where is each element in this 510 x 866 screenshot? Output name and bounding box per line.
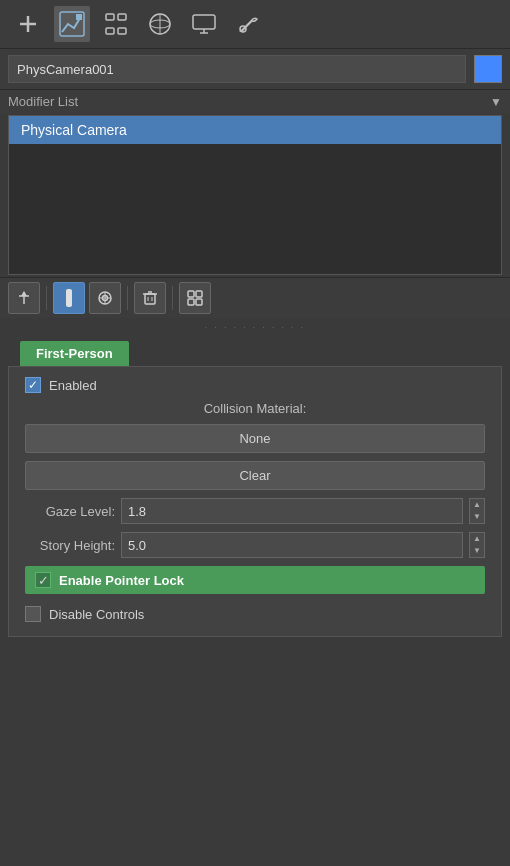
modifier-list-dropdown[interactable]: Modifier List ▼ <box>0 89 510 113</box>
svg-rect-29 <box>196 291 202 297</box>
svg-rect-5 <box>118 14 126 20</box>
modifier-item-physical-camera[interactable]: Physical Camera <box>9 116 501 144</box>
svg-rect-18 <box>66 289 72 307</box>
sphere-icon[interactable] <box>142 6 178 42</box>
display-icon[interactable] <box>186 6 222 42</box>
gaze-level-row: Gaze Level: ▲ ▼ <box>25 498 485 524</box>
enabled-label: Enabled <box>49 378 97 393</box>
svg-rect-6 <box>106 28 114 34</box>
story-height-row: Story Height: ▲ ▼ <box>25 532 485 558</box>
object-name-input[interactable] <box>8 55 466 83</box>
modifier-buttons <box>0 277 510 318</box>
divider2 <box>127 286 128 310</box>
svg-rect-23 <box>145 294 155 304</box>
param-panel: ✓ Enabled Collision Material: None Clear… <box>8 366 502 637</box>
modifier-stack: Physical Camera <box>8 115 502 275</box>
edit-modifier-button[interactable] <box>53 282 85 314</box>
svg-rect-30 <box>188 299 194 305</box>
dropdown-arrow-icon: ▼ <box>490 95 502 109</box>
first-person-tab[interactable]: First-Person <box>20 341 129 366</box>
modifier-list-label: Modifier List <box>8 94 490 109</box>
divider1 <box>46 286 47 310</box>
checkmark-icon: ✓ <box>28 379 38 391</box>
gaze-level-down-arrow[interactable]: ▼ <box>470 511 484 523</box>
pointer-lock-checkmark-icon: ✓ <box>38 573 49 588</box>
pin-button[interactable] <box>8 282 40 314</box>
svg-rect-3 <box>76 14 82 20</box>
story-height-label: Story Height: <box>25 538 115 553</box>
collision-material-label: Collision Material: <box>25 401 485 416</box>
gaze-level-label: Gaze Level: <box>25 504 115 519</box>
none-button[interactable]: None <box>25 424 485 453</box>
story-height-down-arrow[interactable]: ▼ <box>470 545 484 557</box>
enabled-checkbox[interactable]: ✓ <box>25 377 41 393</box>
hierarchy-icon[interactable] <box>98 6 134 42</box>
clear-button[interactable]: Clear <box>25 461 485 490</box>
svg-marker-17 <box>21 291 27 296</box>
gaze-level-up-arrow[interactable]: ▲ <box>470 499 484 511</box>
enable-pointer-lock-label: Enable Pointer Lock <box>59 573 184 588</box>
curve-icon[interactable] <box>54 6 90 42</box>
dots-separator: · · · · · · · · · · · <box>0 318 510 337</box>
copy-modifier-button[interactable] <box>89 282 121 314</box>
story-height-up-arrow[interactable]: ▲ <box>470 533 484 545</box>
delete-modifier-button[interactable] <box>134 282 166 314</box>
story-height-spinner[interactable]: ▲ ▼ <box>469 532 485 558</box>
svg-rect-28 <box>188 291 194 297</box>
svg-rect-31 <box>196 299 202 305</box>
svg-rect-11 <box>193 15 215 29</box>
panel-content: First-Person ✓ Enabled Collision Materia… <box>0 341 510 637</box>
disable-controls-checkbox[interactable] <box>25 606 41 622</box>
divider3 <box>172 286 173 310</box>
add-icon[interactable] <box>10 6 46 42</box>
enabled-row: ✓ Enabled <box>25 377 485 393</box>
story-height-input[interactable] <box>121 532 463 558</box>
object-color-swatch[interactable] <box>474 55 502 83</box>
top-toolbar <box>0 0 510 49</box>
configure-modifier-button[interactable] <box>179 282 211 314</box>
name-row <box>0 49 510 89</box>
disable-controls-row: Disable Controls <box>25 602 485 626</box>
gaze-level-input[interactable] <box>121 498 463 524</box>
gaze-level-spinner[interactable]: ▲ ▼ <box>469 498 485 524</box>
wrench-icon[interactable] <box>230 6 266 42</box>
enable-pointer-lock-checkbox[interactable]: ✓ <box>35 572 51 588</box>
svg-rect-4 <box>106 14 114 20</box>
enable-pointer-lock-row[interactable]: ✓ Enable Pointer Lock <box>25 566 485 594</box>
disable-controls-label: Disable Controls <box>49 607 144 622</box>
svg-rect-7 <box>118 28 126 34</box>
